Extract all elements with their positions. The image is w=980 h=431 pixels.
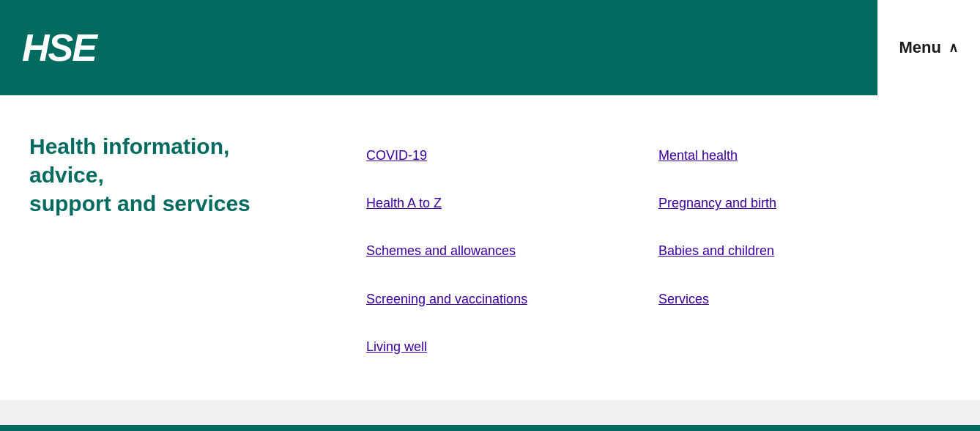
nav-column-1: COVID-19 Health A to Z Schemes and allow… [366, 132, 658, 371]
nav-link-schemes[interactable]: Schemes and allowances [366, 227, 658, 275]
logo-text: HSE [22, 29, 96, 67]
logo[interactable]: HSE [22, 29, 96, 67]
site-header: HSE Menu ∧ [0, 0, 980, 95]
nav-link-pregnancy[interactable]: Pregnancy and birth [658, 180, 951, 227]
nav-link-health-a-z[interactable]: Health A to Z [366, 180, 658, 227]
menu-label: Menu [899, 38, 941, 57]
nav-link-covid[interactable]: COVID-19 [366, 132, 658, 180]
nav-link-services[interactable]: Services [658, 276, 951, 323]
bottom-bar [0, 425, 980, 431]
menu-chevron-icon: ∧ [949, 40, 958, 56]
nav-link-living-well[interactable]: Living well [366, 323, 658, 371]
page-title: Health information, advice, support and … [29, 132, 308, 218]
nav-column-2: Mental health Pregnancy and birth Babies… [658, 132, 951, 371]
nav-link-babies[interactable]: Babies and children [658, 227, 951, 275]
nav-columns: COVID-19 Health A to Z Schemes and allow… [366, 132, 951, 371]
nav-link-screening[interactable]: Screening and vaccinations [366, 276, 658, 323]
menu-button[interactable]: Menu ∧ [877, 0, 980, 95]
main-content: Health information, advice, support and … [0, 95, 980, 393]
page-heading-area: Health information, advice, support and … [29, 132, 366, 371]
nav-link-mental-health[interactable]: Mental health [658, 132, 951, 180]
